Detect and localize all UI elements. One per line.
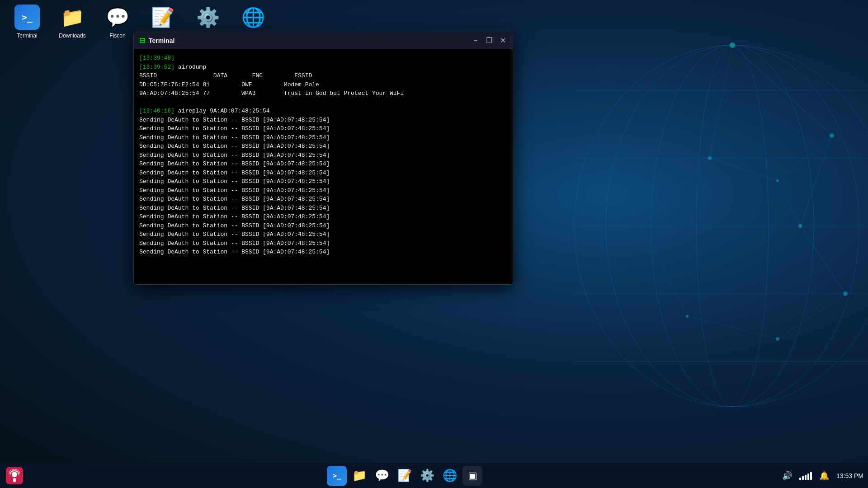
terminal-deauth-3: Sending DeAuth to Station -- BSSID [9A:A… [139,133,507,142]
desktop: >_ Terminal 📁 Downloads 💬 Fiscon 📝 [0,0,868,488]
svg-line-13 [710,158,778,181]
taskbar-downloads-icon: 📁 [352,469,367,483]
terminal-line-2: [13:39:52] airodump [139,63,507,72]
taskbar-system-tray: 🔊 🔔 13:53 PM [782,471,863,481]
terminal-deauth-8: Sending DeAuth to Station -- BSSID [9A:A… [139,177,507,186]
signal-bar-4 [807,474,809,480]
volume-button[interactable]: 🔊 [782,471,792,481]
terminal-icon-char: >_ [22,12,33,23]
terminal-close-button[interactable]: ✕ [498,36,507,45]
terminal-deauth-7: Sending DeAuth to Station -- BSSID [9A:A… [139,169,507,178]
terminal-minimize-button[interactable]: − [471,36,480,45]
browser-icon-char: 🌐 [241,6,265,28]
terminal-maximize-button[interactable]: ❐ [485,36,494,45]
taskbar-browser-button[interactable]: 🌐 [440,466,460,486]
taskbar-chat-icon: 💬 [375,469,389,483]
terminal-line-header: BSSID DATA ENC ESSID [139,71,507,80]
taskbar-downloads-button[interactable]: 📁 [349,466,369,486]
notification-bell-icon: 🔔 [819,471,829,480]
terminal-title: ⊟ Terminal [139,36,175,45]
browser-icon-img: 🌐 [241,5,266,30]
desktop-icon-browser[interactable]: 🌐 [235,5,271,30]
terminal-icon-img: >_ [14,5,40,30]
terminal-line-blank [139,98,507,107]
terminal-titlebar: ⊟ Terminal − ❐ ✕ [134,32,513,49]
svg-line-11 [800,226,845,294]
taskbar-settings-icon: ⚙️ [420,469,434,483]
svg-line-10 [800,136,832,226]
taskbar-terminal-icon: >_ [332,471,341,480]
terminal-deauth-15: Sending DeAuth to Station -- BSSID [9A:A… [139,239,507,248]
svg-line-15 [778,181,800,226]
terminal-deauth-9: Sending DeAuth to Station -- BSSID [9A:A… [139,186,507,195]
signal-bar-2 [802,476,804,480]
settings-icon-char: ⚙️ [196,6,220,28]
terminal-deauth-4: Sending DeAuth to Station -- BSSID [9A:A… [139,142,507,151]
clock-display: 13:53 PM [836,472,863,479]
svg-line-16 [642,158,710,226]
desktop-icon-notes[interactable]: 📝 [145,5,181,30]
notification-button[interactable]: 🔔 [819,471,829,481]
terminal-deauth-6: Sending DeAuth to Station -- BSSID [9A:A… [139,160,507,169]
terminal-body[interactable]: [13:39:48] [13:39:52] airodump BSSID DAT… [134,49,513,284]
downloads-icon-char: 📁 [61,6,84,28]
svg-point-25 [686,315,689,318]
podcast-icon [6,467,23,484]
desktop-icon-terminal[interactable]: >_ Terminal [9,5,45,39]
terminal-line-cmd2: [13:40:16] aireplay 9A:AD:07:48:25:54 [139,107,507,116]
signal-strength-indicator [799,472,812,480]
svg-line-17 [642,226,687,316]
taskbar-settings-button[interactable]: ⚙️ [417,466,437,486]
terminal-line-1: [13:39:48] [139,54,507,63]
svg-point-31 [12,472,17,477]
taskbar-terminal-button[interactable]: >_ [327,466,347,486]
terminal-line-data2: 9A:AD:07:48:25:54 77 WPA3 Trust in God b… [139,89,507,98]
notes-icon-char: 📝 [151,6,175,28]
globe-decoration [461,0,868,488]
svg-line-19 [778,294,845,339]
desktop-icon-downloads[interactable]: 📁 Downloads [54,5,90,39]
terminal-deauth-14: Sending DeAuth to Station -- BSSID [9A:A… [139,230,507,239]
downloads-icon-img: 📁 [60,5,85,30]
terminal-controls: − ❐ ✕ [471,36,507,45]
podcast-app-button[interactable] [5,466,24,486]
terminal-title-icon: ⊟ [139,36,145,45]
taskbar-browser-icon: 🌐 [443,469,457,483]
svg-point-27 [730,42,735,48]
svg-rect-32 [13,478,16,482]
signal-bar-5 [810,472,812,480]
terminal-deauth-1: Sending DeAuth to Station -- BSSID [9A:A… [139,116,507,125]
svg-point-24 [843,291,848,296]
taskbar-app-icons: >_ 📁 💬 📝 ⚙️ 🌐 ▣ [27,466,782,486]
notes-icon-img: 📝 [150,5,175,30]
terminal-deauth-12: Sending DeAuth to Station -- BSSID [9A:A… [139,212,507,221]
fiscon-icon-char: 💬 [106,6,129,28]
taskbar-notes-icon: 📝 [397,469,412,483]
volume-icon: 🔊 [782,471,792,480]
terminal-deauth-16: Sending DeAuth to Station -- BSSID [9A:A… [139,248,507,257]
fiscon-icon-label: Fiscon [109,33,125,39]
fiscon-icon-img: 💬 [105,5,130,30]
system-clock: 13:53 PM [836,472,863,480]
terminal-line-data1: DD:C5:7F:76:E2:54 81 OWE Modem Pole [139,80,507,89]
terminal-deauth-10: Sending DeAuth to Station -- BSSID [9A:A… [139,195,507,204]
taskbar-chat-button[interactable]: 💬 [372,466,392,486]
svg-point-21 [798,224,802,228]
terminal-icon-label: Terminal [17,33,37,39]
terminal-deauth-2: Sending DeAuth to Station -- BSSID [9A:A… [139,124,507,133]
taskbar-multitask-button[interactable]: ▣ [462,466,482,486]
svg-line-12 [710,45,732,158]
terminal-title-text: Terminal [149,37,175,44]
desktop-icon-settings[interactable]: ⚙️ [190,5,226,30]
signal-bar-1 [799,478,801,480]
taskbar-multitask-icon: ▣ [468,470,477,482]
terminal-window: ⊟ Terminal − ❐ ✕ [13:39:48] [13:39:52] a… [133,32,513,285]
terminal-deauth-11: Sending DeAuth to Station -- BSSID [9A:A… [139,204,507,213]
signal-bar-3 [805,475,807,480]
desktop-icon-fiscon[interactable]: 💬 Fiscon [99,5,136,39]
svg-point-22 [708,156,712,160]
svg-point-23 [776,179,779,182]
taskbar: >_ 📁 💬 📝 ⚙️ 🌐 ▣ [0,463,868,488]
taskbar-notes-button[interactable]: 📝 [395,466,415,486]
settings-icon-img: ⚙️ [195,5,221,30]
